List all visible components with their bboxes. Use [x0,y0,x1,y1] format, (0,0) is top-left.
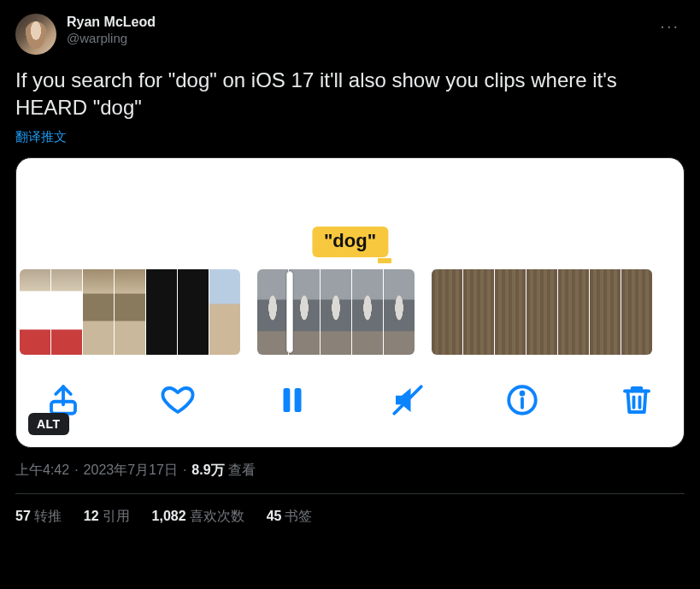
tweet-text: If you search for "dog" on iOS 17 it'll … [15,67,685,122]
clip-group-2[interactable] [257,269,415,355]
thumbnail [495,269,526,355]
playhead[interactable] [286,271,293,353]
heart-icon[interactable] [160,382,196,418]
caption-tick [378,258,391,263]
thumbnail [384,269,415,355]
stat-quotes[interactable]: 12引用 [84,508,130,526]
thumbnail [352,269,383,355]
clip-group-1[interactable] [20,269,240,355]
meta-time[interactable]: 上午4:42 [15,462,69,480]
media-toolbar [16,370,684,430]
thumbnail [463,269,494,355]
display-name: Ryan McLeod [67,14,156,31]
translate-link[interactable]: 翻译推文 [15,129,685,145]
thumbnail [209,269,240,355]
clip-group-3[interactable] [432,269,652,355]
svg-rect-2 [295,388,302,412]
stat-bookmarks[interactable]: 45书签 [267,508,313,526]
thumbnail [83,269,114,355]
tweet-meta: 上午4:42 · 2023年7月17日 · 8.9万 查看 [15,462,685,480]
meta-dot: · [183,462,186,478]
timeline-strip [16,269,684,355]
thumbnail [146,269,177,355]
avatar[interactable] [15,14,56,55]
divider [15,493,685,494]
tweet-stats: 57转推 12引用 1,082喜欢次数 45书签 [15,508,685,538]
tweet-body: Ryan McLeod @warpling ··· If you search … [0,0,700,538]
thumbnail [432,269,462,355]
alt-badge[interactable]: ALT [28,413,69,435]
meta-views-label: 查看 [228,462,256,477]
caption-tag: "dog" [312,227,388,257]
thumbnail [289,269,320,355]
meta-date[interactable]: 2023年7月17日 [84,462,178,480]
more-icon[interactable]: ··· [655,14,685,38]
thumbnail [115,269,145,355]
meta-views-count: 8.9万 [191,462,224,477]
author-names[interactable]: Ryan McLeod @warpling [67,14,156,47]
stat-retweets[interactable]: 57转推 [15,508,62,526]
info-icon[interactable] [504,382,540,418]
svg-point-6 [521,392,523,395]
thumbnail [621,269,652,355]
mute-icon[interactable] [390,382,426,418]
thumbnail [558,269,589,355]
svg-rect-1 [284,388,291,412]
media-card[interactable]: "dog" [15,157,685,448]
thumbnail [51,269,82,355]
trash-icon[interactable] [619,382,655,418]
thumbnail [178,269,209,355]
thumbnail [590,269,621,355]
thumbnail [20,269,50,355]
thumbnail [257,269,288,355]
thumbnail [526,269,557,355]
meta-dot: · [74,462,78,478]
stat-likes[interactable]: 1,082喜欢次数 [152,508,244,526]
tweet-card: Ryan McLeod @warpling ··· If you search … [0,0,700,589]
pause-icon[interactable] [274,382,310,418]
handle: @warpling [67,31,156,47]
thumbnail [321,269,351,355]
tweet-header: Ryan McLeod @warpling ··· [15,14,685,55]
